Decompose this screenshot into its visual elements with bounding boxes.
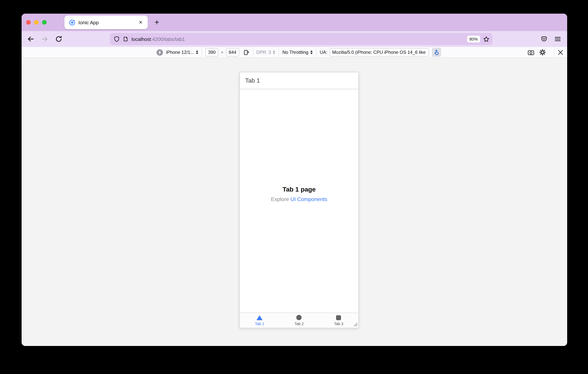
app-content: Tab 1 page Explore UI Components [240,89,358,313]
square-icon [336,315,341,320]
menu-hamburger-icon[interactable] [554,36,561,43]
ionic-favicon-icon [69,19,75,26]
settings-gear-icon[interactable] [539,49,546,56]
explore-text: Explore [271,196,289,202]
tab-title: Ionic App [78,20,137,25]
separator [252,47,253,58]
tab-strip: Ionic App × + [21,14,567,31]
forward-button[interactable] [41,36,48,43]
triangle-icon [256,315,262,320]
tab-button-tab1[interactable]: Tab 1 [240,313,279,328]
rotate-viewport-icon[interactable] [243,49,249,55]
responsive-mode-icon [156,49,163,56]
zoom-level-badge[interactable]: 80% [467,36,480,43]
app-header: Tab 1 [240,72,358,89]
navigation-toolbar: localhost:4200/tabs/tab1 80% [21,31,567,47]
screen: Ionic App × + [0,0,588,374]
url-path: :4200/tabs/tab1 [151,36,185,42]
page-subtitle: Explore UI Components [240,196,358,202]
user-agent-input[interactable] [330,48,429,56]
responsive-design-toolbar: iPhone 12/1... × DPR: 3 No Throttling [21,47,567,58]
bookmark-star-icon[interactable] [483,36,490,42]
new-tab-button[interactable]: + [151,17,163,28]
separator [201,47,202,58]
rdm-content-area: Tab 1 Tab 1 page Explore UI Components T… [21,58,567,346]
tab-label: Tab 1 [255,321,264,326]
pocket-icon[interactable] [541,36,547,43]
ui-components-link[interactable]: UI Components [290,196,327,202]
device-selector[interactable]: iPhone 12/1... [166,50,194,55]
reload-button[interactable] [55,36,62,43]
app-tab-bar: Tab 1 Tab 2 Tab 3 [240,313,358,328]
throttling-selector-arrows-icon[interactable] [310,50,313,54]
page-info-icon[interactable] [123,36,128,42]
url-text: localhost:4200/tabs/tab1 [131,36,464,42]
tab-label: Tab 2 [294,322,304,326]
separator [279,47,279,58]
url-host: localhost [131,36,151,42]
url-bar[interactable]: localhost:4200/tabs/tab1 80% [110,33,493,45]
viewport-width-input[interactable] [205,48,218,56]
ua-label: UA: [320,50,327,55]
device-selector-arrows-icon[interactable] [196,50,198,54]
device-viewport: Tab 1 Tab 1 page Explore UI Components T… [240,72,359,328]
back-button[interactable] [27,36,34,43]
nav-buttons [27,31,62,47]
dpr-selector: DPR: 3 [256,50,271,55]
touch-simulation-button[interactable] [432,48,441,57]
close-rdm-icon[interactable] [558,49,563,55]
rdm-controls: iPhone 12/1... × DPR: 3 No Throttling [156,47,441,58]
viewport-resize-handle-icon[interactable] [352,321,358,327]
app-header-title: Tab 1 [245,77,260,84]
toolbar-right [541,31,567,47]
shield-permissions-icon[interactable] [114,36,120,42]
window-controls [26,20,47,25]
separator [554,47,554,58]
browser-tab[interactable]: Ionic App × [64,16,148,29]
dimension-times-label: × [221,50,223,54]
tab-button-tab2[interactable]: Tab 2 [279,313,319,328]
close-tab-icon[interactable]: × [137,19,144,26]
rdm-right-controls [527,47,567,58]
circle-icon [296,315,302,320]
page-container: Tab 1 page Explore UI Components [240,186,358,202]
tab-label: Tab 3 [334,321,343,326]
viewport-height-input[interactable] [226,48,239,56]
separator [316,47,316,58]
screenshot-camera-icon[interactable] [527,49,535,56]
maximize-window-button[interactable] [42,20,47,25]
close-window-button[interactable] [26,20,31,25]
browser-window: Ionic App × + [21,14,567,346]
throttling-selector[interactable]: No Throttling [283,50,308,55]
dpr-selector-arrows-icon [273,50,275,54]
minimize-window-button[interactable] [34,20,39,25]
page-title: Tab 1 page [240,186,358,193]
